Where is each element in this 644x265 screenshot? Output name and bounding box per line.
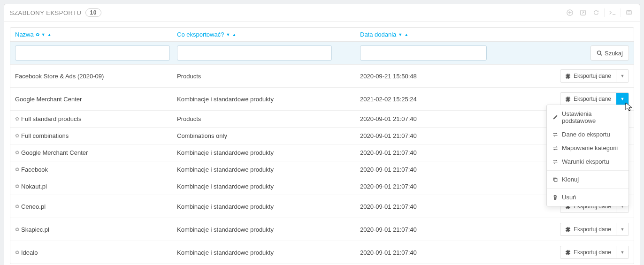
cell-what: Combinations only	[177, 132, 360, 139]
cell-date: 2020-09-01 21:07:40	[360, 149, 529, 156]
menu-item-icon	[552, 159, 558, 165]
table-row[interactable]: ✿Nokaut.plKombinacje i standardowe produ…	[10, 178, 634, 195]
rows-container: Facebook Store & Ads (2020-09)Products20…	[10, 64, 634, 264]
caret-down-icon: ▼	[621, 250, 625, 255]
row-name-text: Skapiec.pl	[21, 226, 49, 233]
menu-item-icon	[552, 195, 558, 200]
system-gear-icon: ✿	[15, 250, 19, 256]
table-row[interactable]: ✿IdealoKombinacje i standardowe produkty…	[10, 241, 634, 264]
table-row[interactable]: ✿Full combinationsCombinations only2020-…	[10, 127, 634, 144]
cell-what: Products	[177, 115, 360, 122]
system-gear-icon: ✿	[15, 150, 19, 156]
export-button-label: Eksportuj dane	[574, 96, 611, 102]
table-header-row: Nazwa ✿ ▼ ▲ Co eksportować? ▼ ▲ Data dod…	[10, 28, 634, 41]
cell-name: ✿Full standard products	[15, 115, 177, 122]
menu-item-label: Dane do eksportu	[562, 131, 610, 138]
refresh-icon[interactable]	[591, 8, 601, 17]
table-row[interactable]: ✿Full standard productsProducts2020-09-0…	[10, 110, 634, 127]
cell-what: Kombinacje i standardowe produkty	[177, 226, 360, 233]
menu-export-conditions[interactable]: Warunki eksportu	[547, 155, 629, 168]
caret-down-icon: ▼	[621, 227, 625, 232]
panel-title-text: SZABLONY EKSPORTU	[10, 9, 82, 16]
column-header-what[interactable]: Co eksportować? ▼ ▲	[177, 31, 360, 38]
dropdown-toggle[interactable]: ▼	[616, 223, 629, 235]
puzzle-icon	[565, 96, 571, 102]
cell-name: ✿Google Merchant Center	[15, 149, 177, 156]
table-row[interactable]: Google Merchant CenterKombinacje i stand…	[10, 87, 634, 110]
dropdown-toggle[interactable]: ▼	[616, 70, 629, 82]
dropdown-toggle[interactable]: ▼	[616, 246, 629, 258]
column-header-name[interactable]: Nazwa ✿ ▼ ▲	[15, 31, 177, 38]
table-row[interactable]: ✿FacebookKombinacje i standardowe produk…	[10, 161, 634, 178]
menu-basic-settings[interactable]: Ustawienia podstawowe	[547, 107, 629, 128]
table-row[interactable]: ✿Ceneo.plKombinacje i standardowe produk…	[10, 195, 634, 218]
cell-action: Eksportuj dane▼	[529, 223, 629, 236]
dropdown-separator	[547, 170, 629, 171]
puzzle-icon	[565, 250, 571, 255]
system-gear-icon: ✿	[15, 133, 19, 139]
cell-name: ✿Facebook	[15, 166, 177, 173]
cell-name: ✿Nokaut.pl	[15, 183, 177, 190]
puzzle-icon	[565, 73, 571, 79]
cell-what: Kombinacje i standardowe produkty	[177, 166, 360, 173]
cell-date: 2020-09-01 21:07:40	[360, 226, 529, 233]
menu-item-label: Mapowanie kategorii	[562, 144, 618, 151]
export-button-group: Eksportuj dane▼	[560, 223, 629, 236]
caret-down-icon: ▼	[398, 32, 402, 37]
table-row[interactable]: ✿Skapiec.plKombinacje i standardowe prod…	[10, 218, 634, 241]
panel-title: SZABLONY EKSPORTU 10	[10, 8, 101, 17]
export-button[interactable]: Eksportuj dane	[560, 93, 616, 105]
column-header-date[interactable]: Data dodania ▼ ▲	[360, 31, 529, 38]
column-name-label: Nazwa	[15, 31, 34, 38]
menu-item-icon	[552, 132, 558, 137]
caret-down-icon: ▼	[41, 32, 46, 37]
menu-clone[interactable]: Klonuj	[547, 173, 629, 186]
cell-what: Kombinacje i standardowe produkty	[177, 149, 360, 156]
row-dropdown-menu: Ustawienia podstawoweDane do eksportuMap…	[546, 105, 629, 206]
caret-down-icon: ▼	[226, 32, 230, 37]
cell-date: 2020-09-01 21:07:40	[360, 115, 529, 122]
system-gear-icon: ✿	[15, 204, 19, 210]
toolbar-separator-2	[621, 8, 621, 17]
cell-date: 2020-09-01 21:07:40	[360, 249, 529, 256]
database-icon[interactable]	[624, 8, 634, 17]
terminal-icon[interactable]	[607, 8, 618, 17]
menu-item-label: Ustawienia podstawowe	[562, 110, 623, 124]
system-gear-icon: ✿	[15, 227, 19, 233]
count-badge: 10	[85, 8, 101, 17]
table-row[interactable]: ✿Google Merchant CenterKombinacje i stan…	[10, 144, 634, 161]
cell-date: 2020-09-21 15:50:48	[360, 73, 529, 80]
row-name-text: Ceneo.pl	[21, 203, 46, 210]
cursor-icon	[624, 102, 633, 112]
menu-item-icon	[552, 177, 558, 182]
cell-action: Eksportuj dane▼	[529, 92, 629, 106]
system-gear-icon: ✿	[15, 116, 19, 122]
filter-date-input[interactable]	[360, 45, 487, 61]
menu-export-data[interactable]: Dane do eksportu	[547, 128, 629, 141]
cell-action: Eksportuj dane▼	[529, 69, 629, 83]
svg-point-3	[597, 51, 601, 55]
caret-down-icon: ▼	[621, 97, 625, 101]
search-button[interactable]: Szukaj	[590, 45, 629, 61]
external-link-icon[interactable]	[578, 8, 588, 17]
row-name-text: Nokaut.pl	[21, 183, 47, 190]
export-button[interactable]: Eksportuj dane	[560, 70, 616, 82]
menu-delete[interactable]: Usuń	[547, 190, 629, 204]
filter-name-input[interactable]	[15, 45, 170, 61]
cell-what: Kombinacje i standardowe produkty	[177, 96, 360, 103]
system-gear-icon: ✿	[15, 167, 19, 173]
row-name-text: Full standard products	[21, 115, 82, 122]
cell-name: Google Merchant Center	[15, 96, 177, 103]
svg-rect-4	[554, 178, 557, 181]
menu-category-mapping[interactable]: Mapowanie kategorii	[547, 141, 629, 155]
export-button[interactable]: Eksportuj dane	[560, 246, 616, 258]
dropdown-separator	[547, 188, 629, 189]
row-name-text: Full combinations	[21, 132, 69, 139]
search-icon	[597, 50, 602, 56]
column-what-label: Co eksportować?	[177, 31, 224, 38]
filter-what-input[interactable]	[177, 45, 332, 61]
row-name-text: Idealo	[21, 249, 38, 256]
export-button[interactable]: Eksportuj dane	[560, 223, 616, 235]
table-row[interactable]: Facebook Store & Ads (2020-09)Products20…	[10, 64, 634, 87]
plus-icon[interactable]	[565, 8, 575, 17]
